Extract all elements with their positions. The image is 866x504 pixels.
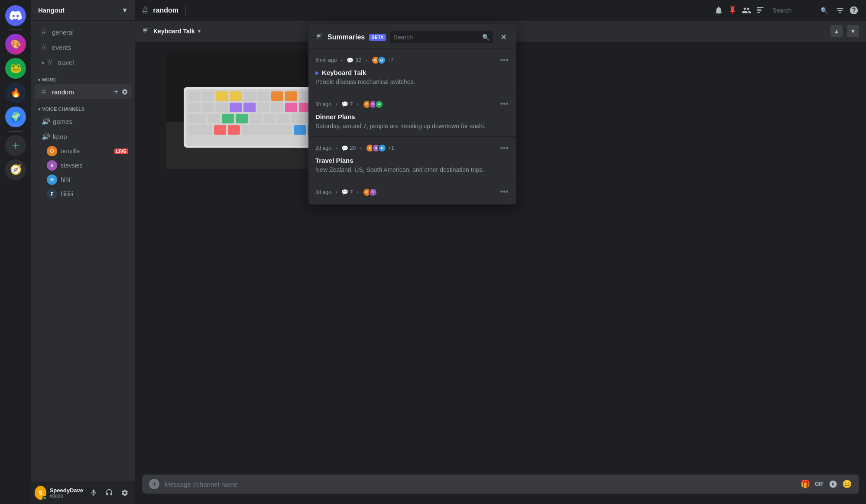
summary-item-2-msg-count: 💬 7 xyxy=(341,101,353,107)
summaries-search-input[interactable] xyxy=(394,34,480,41)
keyboard-talk-nav-down[interactable]: ▼ xyxy=(847,25,859,37)
svg-rect-28 xyxy=(188,114,206,123)
discover-button[interactable]: 🧭 xyxy=(5,159,26,180)
summary-item-3-meta: 2d ago 💬 20 O S H +1 ••• xyxy=(315,143,509,153)
bubble-icon: 💬 xyxy=(341,101,348,107)
svg-rect-22 xyxy=(271,103,283,112)
discord-home-button[interactable] xyxy=(5,5,26,26)
server-sidebar: 🎨 🐸 🔥 🌍 + 🧭 xyxy=(0,0,31,504)
summary-arrow-icon: ▶ xyxy=(315,70,319,76)
help-button[interactable] xyxy=(849,5,859,16)
user-controls xyxy=(87,486,132,500)
pin-button[interactable] xyxy=(727,5,738,16)
message-input-area: + Message #channel-name 🎁 GIF 😊 xyxy=(135,475,866,504)
server-header[interactable]: Hangout ▼ xyxy=(31,0,135,21)
summary-dot-4 xyxy=(360,148,361,149)
add-server-button[interactable]: + xyxy=(5,135,26,156)
summary-item-4-more-button[interactable]: ••• xyxy=(499,187,509,197)
summary-item-3-count: 20 xyxy=(350,145,356,151)
summary-item-3-more-button[interactable]: ••• xyxy=(499,143,509,153)
user-discriminator: #0000 xyxy=(50,494,83,499)
sticker-button[interactable] xyxy=(828,479,838,489)
message-input-placeholder[interactable]: Message #channel-name xyxy=(165,481,795,488)
user-avatar[interactable]: S xyxy=(35,486,46,500)
voice-channel-name-games: games xyxy=(53,118,72,125)
chat-channel-name: random xyxy=(153,6,178,14)
summary-item-2-meta: 3h ago 💬 7 O S A ••• xyxy=(315,99,509,110)
collapsed-arrow-icon: ▶ xyxy=(42,60,45,65)
voice-user-hihi[interactable]: H hihi xyxy=(35,173,132,187)
bubble-icon: 💬 xyxy=(347,57,354,64)
user-settings-button[interactable] xyxy=(118,486,132,500)
summary-item-3: 2d ago 💬 20 O S H +1 ••• Travel Plans Ne… xyxy=(308,137,516,181)
svg-rect-20 xyxy=(243,103,256,112)
gif-button[interactable]: GIF xyxy=(814,479,824,489)
message-input-box: + Message #channel-name 🎁 GIF 😊 xyxy=(142,475,859,494)
svg-rect-41 xyxy=(228,125,240,135)
keyboard-talk-dropdown-icon[interactable]: ▾ xyxy=(198,28,201,34)
summary-item-2: 3h ago 💬 7 O S A ••• Dinner Plans Saturd… xyxy=(308,93,516,137)
svg-rect-4 xyxy=(188,91,200,101)
speaker-icon: 🔊 xyxy=(42,132,50,141)
channel-item-random[interactable]: # random xyxy=(35,84,132,99)
chat-header: # random xyxy=(135,0,866,21)
keyboard-talk-nav-up[interactable]: ▲ xyxy=(830,25,843,37)
bubble-icon: 💬 xyxy=(341,189,348,195)
server-icon-2[interactable]: 🐸 xyxy=(5,58,26,79)
channel-item-travel[interactable]: ▶ # travel xyxy=(35,55,132,70)
summaries-title: Summaries xyxy=(328,33,365,41)
voice-channel-games[interactable]: 🔊 games xyxy=(35,114,132,129)
section-more[interactable]: ▾ MORE xyxy=(31,70,135,84)
hash-icon: # xyxy=(42,28,49,37)
headphones-button[interactable] xyxy=(102,486,116,500)
server-icon-4[interactable]: 🌍 xyxy=(5,107,26,127)
members-button[interactable] xyxy=(741,5,752,16)
summary-item-4-meta: 3d ago 💬 7 O S ••• xyxy=(315,187,509,197)
section-voice-channels[interactable]: ▾ VOICE CHANNELS xyxy=(31,100,135,113)
channel-name-travel: travel xyxy=(58,59,74,66)
summaries-close-button[interactable]: ✕ xyxy=(497,31,509,43)
header-search-bar[interactable]: Search 🔍 xyxy=(769,4,831,16)
microphone-button[interactable] xyxy=(87,486,101,500)
svg-rect-7 xyxy=(230,91,242,101)
voice-user-oroville[interactable]: O oroville LIVE xyxy=(35,144,132,158)
channel-item-general[interactable]: # general xyxy=(35,25,132,39)
more-label: MORE xyxy=(42,77,56,82)
svg-rect-6 xyxy=(216,91,228,101)
gift-button[interactable]: 🎁 xyxy=(800,479,811,489)
voice-user-stevsies[interactable]: S stevsies xyxy=(35,158,132,172)
svg-rect-30 xyxy=(222,114,234,123)
summary-item-1-count: 32 xyxy=(355,57,361,63)
svg-rect-9 xyxy=(257,91,269,101)
svg-rect-8 xyxy=(243,91,256,101)
channel-item-random-actions xyxy=(113,88,128,95)
emoji-button[interactable]: 😊 xyxy=(842,479,852,489)
svg-rect-31 xyxy=(236,114,248,123)
server-icon-1[interactable]: 🎨 xyxy=(5,34,26,55)
channel-name-random: random xyxy=(52,88,74,96)
svg-rect-43 xyxy=(294,125,306,135)
summary-dot xyxy=(336,191,337,193)
server-icon-3[interactable]: 🔥 xyxy=(5,82,26,103)
settings-icon[interactable] xyxy=(121,88,128,95)
add-attachment-button[interactable]: + xyxy=(149,479,159,489)
voice-username-stevsies: stevsies xyxy=(61,162,128,169)
svg-rect-10 xyxy=(271,91,283,101)
hash-icon: # xyxy=(42,87,49,97)
summary-item-2-description: Saturday, around 7, people are meeting u… xyxy=(315,122,509,131)
summary-item-3-plus-count: +1 xyxy=(388,145,394,151)
summaries-search-bar[interactable]: 🔍 xyxy=(390,31,493,43)
inbox-button[interactable] xyxy=(835,5,845,16)
voice-user-fiiiiiiii[interactable]: F fiiiiiiii xyxy=(35,187,132,201)
summary-item-2-more-button[interactable]: ••• xyxy=(499,99,509,110)
summary-item-4-avatars: O S xyxy=(363,188,377,197)
channel-item-events[interactable]: # events xyxy=(35,40,132,55)
summary-dot xyxy=(336,148,337,149)
summary-item-1-more-button[interactable]: ••• xyxy=(499,55,509,65)
user-status-dot xyxy=(42,496,47,500)
threads-button[interactable] xyxy=(755,5,765,16)
add-member-icon[interactable] xyxy=(113,88,120,95)
voice-channel-kpop[interactable]: 🔊 kpop xyxy=(35,129,132,144)
notification-bell-button[interactable] xyxy=(714,5,724,16)
summary-item-2-avatars: O S A xyxy=(363,100,383,109)
